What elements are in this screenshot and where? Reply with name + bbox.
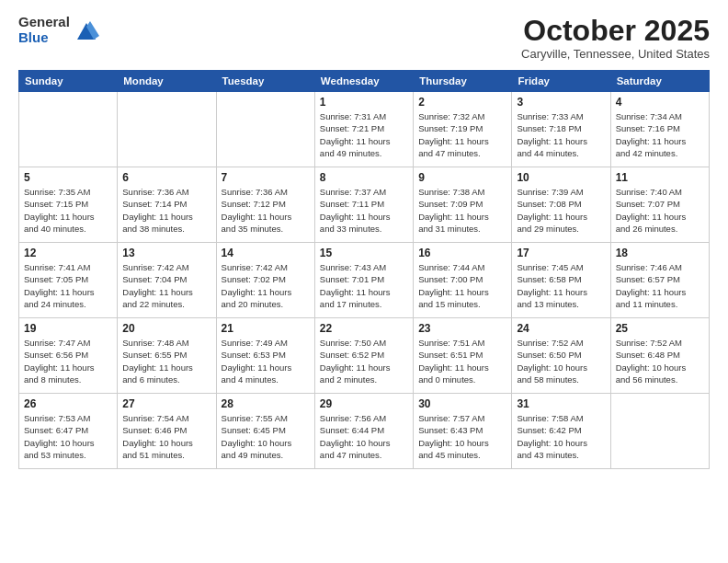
day-number: 26 — [24, 397, 112, 410]
header-saturday: Saturday — [610, 71, 709, 92]
day-number: 29 — [320, 397, 408, 410]
day-number: 1 — [320, 96, 408, 109]
day-info: Sunrise: 7:39 AMSunset: 7:08 PMDaylight:… — [517, 186, 605, 235]
day-number: 3 — [517, 96, 605, 109]
day-number: 10 — [517, 171, 605, 184]
day-info: Sunrise: 7:41 AMSunset: 7:05 PMDaylight:… — [24, 261, 112, 310]
day-number: 5 — [24, 171, 112, 184]
table-row: 13Sunrise: 7:42 AMSunset: 7:04 PMDayligh… — [118, 243, 216, 318]
day-info: Sunrise: 7:53 AMSunset: 6:47 PMDaylight:… — [24, 412, 112, 461]
day-number: 27 — [122, 397, 210, 410]
day-number: 16 — [418, 247, 506, 259]
day-info: Sunrise: 7:36 AMSunset: 7:12 PMDaylight:… — [222, 186, 310, 235]
table-row: 10Sunrise: 7:39 AMSunset: 7:08 PMDayligh… — [512, 167, 610, 243]
day-number: 30 — [418, 397, 506, 410]
day-info: Sunrise: 7:58 AMSunset: 6:42 PMDaylight:… — [517, 412, 605, 461]
table-row: 3Sunrise: 7:33 AMSunset: 7:18 PMDaylight… — [512, 92, 610, 167]
day-number: 11 — [616, 171, 704, 184]
table-row: 28Sunrise: 7:55 AMSunset: 6:45 PMDayligh… — [216, 394, 314, 469]
table-row: 26Sunrise: 7:53 AMSunset: 6:47 PMDayligh… — [19, 394, 118, 469]
table-row: 22Sunrise: 7:50 AMSunset: 6:52 PMDayligh… — [314, 318, 413, 394]
day-info: Sunrise: 7:32 AMSunset: 7:19 PMDaylight:… — [418, 110, 506, 159]
day-info: Sunrise: 7:51 AMSunset: 6:51 PMDaylight:… — [418, 337, 506, 385]
header-friday: Friday — [512, 71, 610, 92]
table-row — [118, 92, 216, 167]
table-row: 19Sunrise: 7:47 AMSunset: 6:56 PMDayligh… — [19, 318, 118, 394]
day-info: Sunrise: 7:55 AMSunset: 6:45 PMDaylight:… — [222, 412, 310, 461]
day-number: 7 — [222, 171, 310, 184]
table-row: 24Sunrise: 7:52 AMSunset: 6:50 PMDayligh… — [512, 318, 610, 394]
day-number: 14 — [222, 247, 310, 259]
day-number: 31 — [517, 397, 605, 410]
logo-blue: Blue — [18, 30, 70, 46]
table-row: 11Sunrise: 7:40 AMSunset: 7:07 PMDayligh… — [610, 167, 709, 243]
calendar-week-row: 5Sunrise: 7:35 AMSunset: 7:15 PMDaylight… — [19, 167, 710, 243]
calendar-week-row: 26Sunrise: 7:53 AMSunset: 6:47 PMDayligh… — [19, 394, 710, 469]
day-number: 12 — [24, 247, 112, 259]
table-row: 8Sunrise: 7:37 AMSunset: 7:11 PMDaylight… — [314, 167, 413, 243]
header-tuesday: Tuesday — [216, 71, 314, 92]
day-number: 28 — [222, 397, 310, 410]
day-number: 15 — [320, 247, 408, 259]
logo: General Blue — [18, 15, 99, 45]
day-info: Sunrise: 7:40 AMSunset: 7:07 PMDaylight:… — [616, 186, 704, 235]
table-row — [216, 92, 314, 167]
table-row: 1Sunrise: 7:31 AMSunset: 7:21 PMDaylight… — [314, 92, 413, 167]
table-row: 25Sunrise: 7:52 AMSunset: 6:48 PMDayligh… — [610, 318, 709, 394]
day-info: Sunrise: 7:31 AMSunset: 7:21 PMDaylight:… — [320, 110, 408, 159]
day-number: 6 — [122, 171, 210, 184]
day-number: 25 — [616, 322, 704, 335]
header-thursday: Thursday — [414, 71, 512, 92]
calendar-week-row: 12Sunrise: 7:41 AMSunset: 7:05 PMDayligh… — [19, 243, 710, 318]
day-info: Sunrise: 7:35 AMSunset: 7:15 PMDaylight:… — [24, 186, 112, 235]
day-number: 4 — [616, 96, 704, 109]
table-row: 14Sunrise: 7:42 AMSunset: 7:02 PMDayligh… — [216, 243, 314, 318]
location: Caryville, Tennessee, United States — [521, 47, 710, 61]
table-row: 30Sunrise: 7:57 AMSunset: 6:43 PMDayligh… — [414, 394, 512, 469]
day-info: Sunrise: 7:52 AMSunset: 6:50 PMDaylight:… — [517, 337, 605, 385]
day-number: 22 — [320, 322, 408, 335]
day-number: 23 — [418, 322, 506, 335]
day-info: Sunrise: 7:50 AMSunset: 6:52 PMDaylight:… — [320, 337, 408, 385]
day-number: 19 — [24, 322, 112, 335]
table-row: 16Sunrise: 7:44 AMSunset: 7:00 PMDayligh… — [414, 243, 512, 318]
calendar-week-row: 19Sunrise: 7:47 AMSunset: 6:56 PMDayligh… — [19, 318, 710, 394]
day-info: Sunrise: 7:57 AMSunset: 6:43 PMDaylight:… — [418, 412, 506, 461]
header: General Blue October 2025 Caryville, Ten… — [18, 15, 710, 61]
day-number: 24 — [517, 322, 605, 335]
day-number: 20 — [122, 322, 210, 335]
table-row: 2Sunrise: 7:32 AMSunset: 7:19 PMDaylight… — [414, 92, 512, 167]
day-number: 9 — [418, 171, 506, 184]
day-info: Sunrise: 7:42 AMSunset: 7:04 PMDaylight:… — [122, 261, 210, 310]
day-info: Sunrise: 7:33 AMSunset: 7:18 PMDaylight:… — [517, 110, 605, 159]
table-row: 7Sunrise: 7:36 AMSunset: 7:12 PMDaylight… — [216, 167, 314, 243]
calendar-table: Sunday Monday Tuesday Wednesday Thursday… — [18, 70, 710, 469]
day-info: Sunrise: 7:46 AMSunset: 6:57 PMDaylight:… — [616, 261, 704, 310]
table-row: 21Sunrise: 7:49 AMSunset: 6:53 PMDayligh… — [216, 318, 314, 394]
table-row: 6Sunrise: 7:36 AMSunset: 7:14 PMDaylight… — [118, 167, 216, 243]
header-sunday: Sunday — [19, 71, 118, 92]
day-info: Sunrise: 7:54 AMSunset: 6:46 PMDaylight:… — [122, 412, 210, 461]
day-number: 21 — [222, 322, 310, 335]
day-info: Sunrise: 7:44 AMSunset: 7:00 PMDaylight:… — [418, 261, 506, 310]
page: General Blue October 2025 Caryville, Ten… — [0, 0, 728, 563]
calendar-week-row: 1Sunrise: 7:31 AMSunset: 7:21 PMDaylight… — [19, 92, 710, 167]
day-info: Sunrise: 7:36 AMSunset: 7:14 PMDaylight:… — [122, 186, 210, 235]
table-row — [610, 394, 709, 469]
day-info: Sunrise: 7:42 AMSunset: 7:02 PMDaylight:… — [222, 261, 310, 310]
day-info: Sunrise: 7:47 AMSunset: 6:56 PMDaylight:… — [24, 337, 112, 385]
table-row — [19, 92, 118, 167]
day-info: Sunrise: 7:56 AMSunset: 6:44 PMDaylight:… — [320, 412, 408, 461]
day-info: Sunrise: 7:49 AMSunset: 6:53 PMDaylight:… — [222, 337, 310, 385]
table-row: 18Sunrise: 7:46 AMSunset: 6:57 PMDayligh… — [610, 243, 709, 318]
day-number: 8 — [320, 171, 408, 184]
title-block: October 2025 Caryville, Tennessee, Unite… — [521, 15, 710, 61]
day-number: 17 — [517, 247, 605, 259]
table-row: 17Sunrise: 7:45 AMSunset: 6:58 PMDayligh… — [512, 243, 610, 318]
month-title: October 2025 — [521, 15, 710, 47]
day-number: 13 — [122, 247, 210, 259]
header-monday: Monday — [118, 71, 216, 92]
day-info: Sunrise: 7:48 AMSunset: 6:55 PMDaylight:… — [122, 337, 210, 385]
table-row: 9Sunrise: 7:38 AMSunset: 7:09 PMDaylight… — [414, 167, 512, 243]
day-info: Sunrise: 7:43 AMSunset: 7:01 PMDaylight:… — [320, 261, 408, 310]
